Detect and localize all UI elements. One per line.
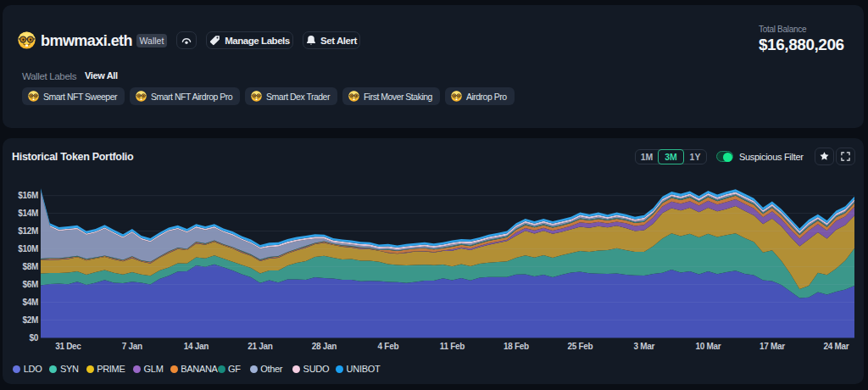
svg-text:4 Feb: 4 Feb <box>378 342 399 351</box>
svg-text:$12M: $12M <box>18 226 38 236</box>
svg-text:17 Mar: 17 Mar <box>760 342 785 351</box>
svg-text:31 Dec: 31 Dec <box>55 342 81 351</box>
svg-text:14 Jan: 14 Jan <box>184 342 209 351</box>
svg-text:28 Jan: 28 Jan <box>312 342 337 351</box>
svg-text:21 Jan: 21 Jan <box>248 342 273 351</box>
svg-text:$10M: $10M <box>18 244 38 254</box>
svg-text:$4M: $4M <box>22 298 38 307</box>
svg-text:$0: $0 <box>29 333 38 343</box>
svg-text:24 Mar: 24 Mar <box>823 342 849 351</box>
svg-text:$2M: $2M <box>22 315 38 325</box>
svg-text:10 Mar: 10 Mar <box>695 342 721 351</box>
svg-text:7 Jan: 7 Jan <box>122 342 142 351</box>
svg-text:25 Feb: 25 Feb <box>567 342 593 351</box>
svg-text:18 Feb: 18 Feb <box>504 342 529 351</box>
svg-text:$8M: $8M <box>22 262 38 271</box>
svg-text:$16M: $16M <box>18 191 38 200</box>
svg-text:$6M: $6M <box>22 280 38 289</box>
svg-text:3 Mar: 3 Mar <box>634 342 655 351</box>
svg-text:$14M: $14M <box>18 209 38 218</box>
svg-text:11 Feb: 11 Feb <box>440 342 465 351</box>
